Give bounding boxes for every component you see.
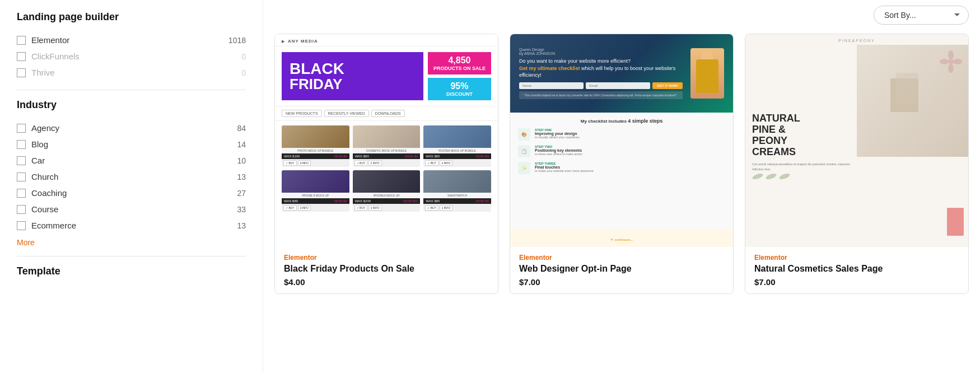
- svg-point-2: [948, 59, 954, 64]
- bf-stat-discount: 95% DISCOUNT: [428, 78, 491, 100]
- bf-product-img-6: [423, 170, 491, 193]
- wd-step-3: ✨ STEP THREE Final touches to make your …: [518, 162, 725, 174]
- checkbox-clickfunnels[interactable]: [17, 52, 26, 61]
- card-builder-label-2: Elementor: [519, 254, 724, 262]
- top-bar: Sort By... Newest Price: Low to High Pri…: [274, 6, 969, 25]
- sort-select[interactable]: Sort By... Newest Price: Low to High Pri…: [874, 6, 969, 25]
- main-content: Sort By... Newest Price: Low to High Pri…: [263, 0, 980, 373]
- template-section: Template: [17, 265, 246, 277]
- nc-desc: Cun sociis natoque penatibus et magnis d…: [752, 162, 850, 172]
- landing-page-builder-title: Landing page builder: [17, 11, 246, 23]
- label-coaching: Coaching: [31, 188, 67, 198]
- wd-testimonial: "This checklist helped me to boost my co…: [519, 91, 683, 99]
- filter-ecommerce: Ecommerce 13: [17, 217, 246, 234]
- bf-nav: NEW PRODUCTS RECENTLY VIEWED DOWNLOADS: [275, 106, 498, 121]
- label-car: Car: [31, 156, 45, 165]
- nc-hero: NATURAL PINE & PEONY CREAMS Cun sociis n…: [745, 45, 968, 247]
- nc-product-svg: [885, 67, 941, 134]
- count-church: 13: [237, 172, 246, 181]
- wd-headline: Do you want to make your website more ef…: [519, 58, 683, 79]
- card-price-1: $4.00: [284, 277, 489, 287]
- wd-logo: Queen Design by ANNA JOHNSON: [519, 48, 683, 55]
- count-thrive: 0: [241, 68, 246, 77]
- filter-course: Course 33: [17, 201, 246, 217]
- bf-product-3: POSTER MOCK UP BUNDLE WAS $80NOW $4 ✓ BU…: [423, 125, 491, 167]
- count-elementor: 1018: [228, 36, 246, 45]
- bf-product-2: COSMETIC MOCK UP BUNDLE WAS $80NOW $4 ✓ …: [353, 125, 421, 167]
- count-coaching: 27: [237, 189, 246, 198]
- nc-accent-bar: [947, 208, 964, 236]
- bf-product-6: SMARTWATCH WAS $80NOW $5 ✓ BUYℹ INFO: [423, 170, 491, 212]
- bf-product-img-5: [353, 170, 421, 193]
- bf-stat-products: 4,850 PRODUCTS ON SALE: [428, 52, 491, 74]
- nc-leaf-3: [778, 172, 791, 180]
- bf-nav-new[interactable]: NEW PRODUCTS: [282, 110, 322, 117]
- wd-text-block: Queen Design by ANNA JOHNSON Do you want…: [519, 48, 683, 99]
- svg-point-4: [948, 64, 954, 73]
- checkbox-elementor[interactable]: [17, 36, 26, 45]
- wd-email-input[interactable]: [586, 82, 650, 89]
- count-course: 33: [237, 205, 246, 214]
- nc-leaf-1: [752, 172, 764, 180]
- card-thumbnail-black-friday: ▶ ANY MEDIA BLACK FRIDAY 4,850 PRODUCTS …: [275, 34, 498, 247]
- wd-step-1: 🎨 STEP ONE Improving your design to visu…: [518, 128, 725, 141]
- wd-form: GET IT NOW!: [519, 82, 683, 89]
- checkbox-church[interactable]: [17, 172, 26, 181]
- sidebar: Landing page builder Elementor 1018 Clic…: [0, 0, 263, 373]
- filter-coaching: Coaching 27: [17, 185, 246, 201]
- wd-step-1-icon: 🎨: [518, 128, 530, 141]
- bf-stats: 4,850 PRODUCTS ON SALE 95% DISCOUNT: [428, 52, 491, 100]
- label-thrive: Thrive: [31, 68, 55, 77]
- wd-step-2: 📋 STEP TWO Positioning key elements to s…: [518, 145, 725, 157]
- count-agency: 84: [237, 124, 246, 133]
- wd-cta-button[interactable]: GET IT NOW!: [652, 82, 683, 89]
- card-title-3: Natural Cosmetics Sales Page: [754, 264, 959, 274]
- checkbox-thrive[interactable]: [17, 68, 26, 77]
- more-link[interactable]: More: [17, 238, 35, 247]
- bf-product-4: IPHONE 8 MOCK UP WAS $80NOW $4 ✓ BUYℹ IN…: [282, 170, 349, 212]
- checkbox-coaching[interactable]: [17, 189, 26, 198]
- bf-logo: ANY MEDIA: [288, 39, 318, 44]
- card-info-black-friday: Elementor Black Friday Products On Sale …: [275, 247, 498, 293]
- card-natural-cosmetics[interactable]: PINE&PEONY NATURAL PINE & PEONY CREAMS C…: [745, 34, 969, 294]
- card-info-natural-cosmetics: Elementor Natural Cosmetics Sales Page $…: [745, 247, 968, 293]
- industry-title: Industry: [17, 99, 246, 111]
- svg-point-3: [948, 50, 954, 59]
- bf-product-5: IPHONES MOCK UP WAS $200NOW $10 ✓ BUYℹ I…: [353, 170, 421, 212]
- wd-steps: My checklist includes 4 simple steps 🎨 S…: [510, 113, 733, 229]
- label-agency: Agency: [31, 123, 59, 133]
- svg-rect-1: [896, 73, 918, 104]
- template-title: Template: [17, 265, 246, 277]
- cards-grid: ▶ ANY MEDIA BLACK FRIDAY 4,850 PRODUCTS …: [274, 34, 969, 294]
- bf-product-img-4: [282, 170, 349, 193]
- checkbox-agency[interactable]: [17, 124, 26, 133]
- checkbox-blog[interactable]: [17, 140, 26, 149]
- bf-nav-downloads[interactable]: DOWNLOADS: [371, 110, 405, 117]
- svg-point-5: [940, 59, 949, 64]
- checkbox-ecommerce[interactable]: [17, 221, 26, 230]
- nc-headline: NATURAL PINE & PEONY CREAMS: [752, 113, 850, 157]
- bf-hero: BLACK FRIDAY 4,850 PRODUCTS ON SALE 95% …: [275, 46, 498, 106]
- label-course: Course: [31, 204, 58, 214]
- card-builder-label-1: Elementor: [284, 254, 489, 262]
- bf-products-grid: PHOTO MOCK UP BUNDLE WAS $100NOW $4 ✓ BU…: [275, 121, 498, 216]
- card-thumbnail-natural-cosmetics: PINE&PEONY NATURAL PINE & PEONY CREAMS C…: [745, 34, 968, 247]
- card-web-designer[interactable]: Queen Design by ANNA JOHNSON Do you want…: [510, 34, 734, 294]
- checkbox-car[interactable]: [17, 156, 26, 165]
- wd-header: Queen Design by ANNA JOHNSON Do you want…: [510, 34, 733, 113]
- label-elementor: Elementor: [31, 35, 69, 45]
- nc-left: NATURAL PINE & PEONY CREAMS Cun sociis n…: [745, 45, 857, 247]
- nc-leaf-2: [765, 172, 777, 180]
- card-black-friday[interactable]: ▶ ANY MEDIA BLACK FRIDAY 4,850 PRODUCTS …: [274, 34, 498, 294]
- wd-name-input[interactable]: [519, 82, 584, 89]
- bf-product-img-2: [353, 125, 421, 148]
- checkbox-course[interactable]: [17, 205, 26, 214]
- card-price-2: $7.00: [519, 277, 724, 287]
- count-ecommerce: 13: [237, 221, 246, 230]
- nc-flower-decoration: [939, 49, 964, 76]
- svg-point-6: [953, 59, 962, 64]
- count-clickfunnels: 0: [241, 52, 246, 61]
- bf-nav-recent[interactable]: RECENTLY VIEWED: [324, 110, 369, 117]
- card-title-2: Web Designer Opt-in Page: [519, 264, 724, 274]
- divider-2: [17, 256, 246, 257]
